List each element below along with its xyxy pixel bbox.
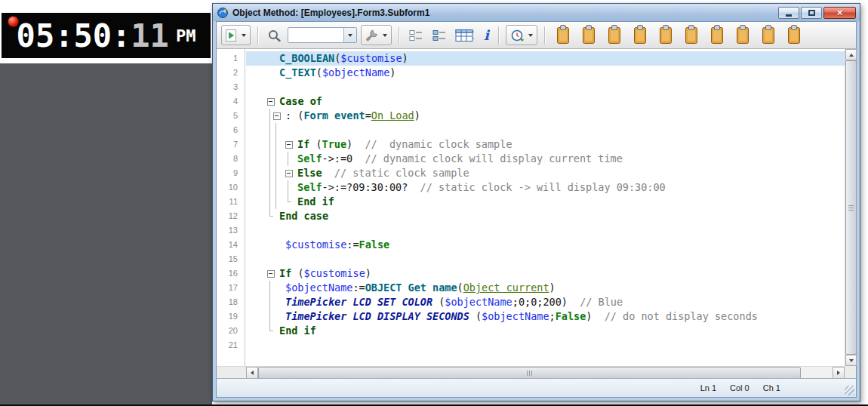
code-token: ) (549, 281, 556, 294)
code-line-21[interactable] (246, 338, 845, 352)
fold-toggle-icon[interactable] (285, 166, 291, 180)
code-token: TimePicker LCD SET COLOR (285, 296, 432, 308)
clipboard-icon[interactable] (656, 25, 676, 45)
vertical-scrollbar[interactable] (845, 49, 856, 366)
code-line-6[interactable] (246, 123, 845, 137)
record-indicator-icon (8, 16, 19, 27)
search-input[interactable] (288, 28, 343, 42)
code-line-16[interactable]: If ($customise) (246, 266, 845, 281)
line-number: 21 (217, 338, 245, 352)
clipboard-icon[interactable] (630, 25, 650, 45)
indent-guide (273, 266, 279, 281)
code-token: : ( (285, 109, 303, 121)
code-line-3[interactable] (246, 80, 845, 94)
maximize-button[interactable] (801, 7, 822, 19)
clipboard-icon[interactable] (605, 25, 624, 45)
indent-guide (279, 195, 285, 209)
indent-guide (267, 51, 273, 66)
clipboard-group (553, 25, 804, 45)
clipboard-icon[interactable] (682, 25, 701, 45)
clipboard-icon[interactable] (784, 25, 804, 45)
scroll-up-button[interactable] (845, 49, 857, 60)
code-token: = (365, 109, 371, 121)
code-lines[interactable]: C_BOOLEAN($customise)C_TEXT($objectName)… (246, 49, 845, 366)
scroll-left-button[interactable] (246, 367, 258, 379)
code-line-15[interactable] (246, 252, 845, 266)
code-line-2[interactable]: C_TEXT($objectName) (246, 66, 845, 80)
indent-guide (267, 238, 273, 252)
line-number: 12 (217, 209, 245, 223)
close-button[interactable]: × (823, 7, 856, 19)
clipboard-icon[interactable] (553, 25, 573, 45)
code-line-5[interactable]: : (Form event=On Load) (246, 109, 845, 123)
indent-guide (273, 123, 279, 137)
scroll-right-button[interactable] (833, 367, 845, 379)
code-line-18[interactable]: TimePicker LCD SET COLOR ($objectName;0;… (246, 295, 845, 309)
maximize-icon (808, 10, 815, 16)
clipboard-icon[interactable] (579, 25, 599, 45)
gutter: 123456789101112131415161718192021 (217, 49, 245, 366)
code-token: TimePicker LCD DISPLAY SECONDS (285, 310, 469, 322)
code-token: $customise (304, 267, 365, 279)
code-token: ( (432, 296, 445, 308)
titlebar[interactable]: Object Method: [Employees].Form3.Subform… (213, 4, 860, 21)
collapse-blocks-icon[interactable] (429, 25, 449, 45)
code-line-11[interactable]: End if (246, 195, 845, 209)
fold-toggle-icon[interactable] (267, 94, 273, 109)
minimize-button[interactable] (778, 7, 799, 19)
code-line-19[interactable]: TimePicker LCD DISPLAY SECONDS ($objectN… (246, 309, 845, 324)
horizontal-scroll-thumb[interactable] (258, 367, 801, 379)
fold-toggle-icon[interactable] (267, 266, 273, 281)
code-line-12[interactable]: End case (246, 209, 845, 223)
method-window-icon (217, 7, 229, 19)
code-token: If (279, 267, 291, 279)
status-line: Ln 1 (700, 383, 716, 392)
clipboard-icon[interactable] (733, 25, 753, 45)
horizontal-scrollbar[interactable] (246, 366, 845, 378)
line-number: 11 (217, 195, 245, 209)
horizontal-scroll-track[interactable] (258, 367, 833, 378)
code-line-10[interactable]: Self->:=?09:30:00? // static clock -> wi… (246, 180, 845, 195)
clipboard-icon[interactable] (759, 25, 778, 45)
code-line-20[interactable]: End if (246, 324, 845, 338)
code-token: // Blue (568, 296, 623, 308)
clipboard-icon[interactable] (707, 25, 727, 45)
toolbar-separator (498, 26, 499, 45)
scroll-down-button[interactable] (845, 355, 857, 366)
chevron-down-icon (242, 34, 246, 37)
code-line-14[interactable]: $customise:=False (246, 238, 845, 252)
window-title: Object Method: [Employees].Form3.Subform… (232, 8, 774, 18)
code-token: False (359, 238, 390, 251)
vertical-scroll-thumb[interactable] (845, 60, 857, 355)
tools-button[interactable] (361, 25, 392, 45)
line-number: 8 (217, 152, 245, 166)
search-combobox[interactable] (288, 27, 357, 43)
indent-guide (267, 180, 273, 195)
fold-toggle-icon[interactable] (285, 137, 291, 152)
resize-grip[interactable] (845, 386, 854, 395)
code-line-4[interactable]: Case of (246, 94, 845, 109)
code-line-17[interactable]: $objectName:=OBJECT Get name(Object curr… (246, 281, 845, 295)
clock-meridiem: PM (176, 26, 196, 45)
indent-guide (273, 281, 279, 295)
code-token: Else (297, 167, 322, 179)
table-grid-icon[interactable] (453, 25, 478, 45)
code-line-8[interactable]: Self->:=0 // dynamic clock will display … (246, 152, 845, 166)
code-token: On Load (371, 109, 414, 121)
fold-toggle-icon[interactable] (273, 109, 279, 123)
line-number: 16 (217, 266, 245, 281)
code-line-1[interactable]: C_BOOLEAN($customise) (246, 51, 845, 66)
vertical-scroll-track[interactable] (845, 60, 856, 355)
code-line-9[interactable]: Else // static clock sample (246, 166, 845, 180)
information-icon[interactable]: i (482, 25, 491, 45)
execute-method-button[interactable] (221, 25, 251, 45)
code-token: // static clock -> will display 09:30:00 (408, 181, 665, 193)
code-line-7[interactable]: If (True) // dynamic clock sample (246, 137, 845, 152)
macros-clock-button[interactable] (506, 25, 537, 45)
line-number: 2 (217, 66, 245, 80)
combo-dropdown-button[interactable] (343, 28, 356, 42)
code-line-13[interactable] (246, 223, 845, 238)
expand-blocks-icon[interactable] (406, 25, 426, 45)
code-token: ; (549, 310, 556, 322)
search-icon[interactable] (265, 25, 284, 45)
